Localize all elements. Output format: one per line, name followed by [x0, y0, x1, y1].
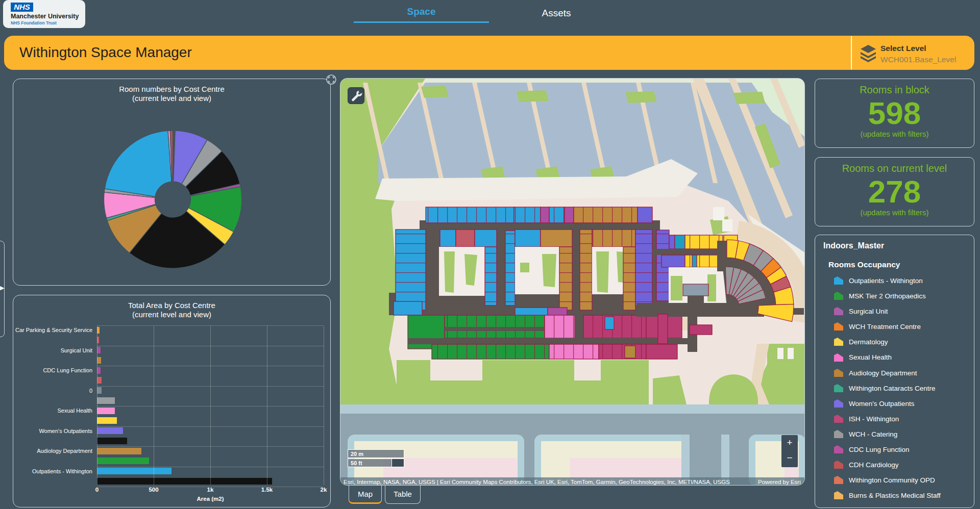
svg-text:Powered by Esri: Powered by Esri — [758, 479, 801, 485]
svg-text:Esri, Intermap, NASA, NGA, USG: Esri, Intermap, NASA, NGA, USGS | Esri C… — [344, 479, 730, 485]
